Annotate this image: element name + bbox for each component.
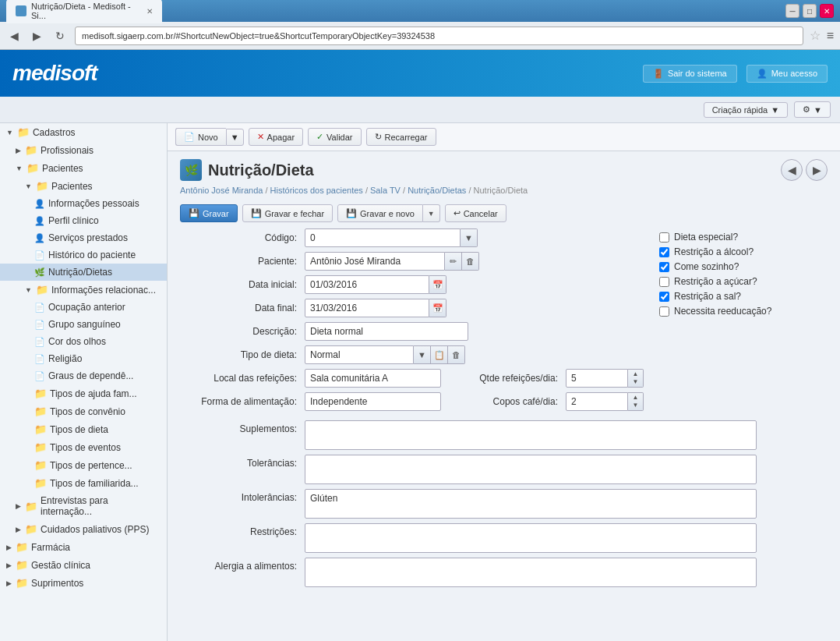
forma-alimentacao-input[interactable] xyxy=(305,392,441,411)
sidebar-item-tipos-eventos[interactable]: 📁 Tipos de eventos xyxy=(0,438,167,456)
save-new-dropdown-btn[interactable]: ▼ xyxy=(423,204,440,222)
maximize-btn[interactable]: □ xyxy=(803,4,817,18)
data-inicial-calendar-btn[interactable]: 📅 xyxy=(429,275,446,294)
back-btn[interactable]: ◀ xyxy=(6,28,23,44)
intolerancias-textarea[interactable]: Glúten xyxy=(305,489,757,519)
local-refeicoes-input[interactable] xyxy=(305,369,441,388)
minimize-btn[interactable]: ─ xyxy=(785,4,799,18)
close-btn[interactable]: ✕ xyxy=(820,4,834,18)
restricao-alcool-checkbox[interactable] xyxy=(659,247,669,257)
codigo-row: Código: ▼ xyxy=(180,228,644,247)
copos-cafe-input[interactable] xyxy=(566,392,628,411)
restricao-sal-checkbox[interactable] xyxy=(659,292,669,302)
qtde-refeicoes-spinner[interactable]: ▲ ▼ xyxy=(628,369,644,388)
breadcrumb-link-1[interactable]: Antônio José Miranda xyxy=(180,186,263,195)
dieta-especial-checkbox[interactable] xyxy=(659,232,669,243)
sidebar-item-religiao[interactable]: 📄 Religião xyxy=(0,350,167,367)
sidebar-label: Gestão clínica xyxy=(31,560,90,571)
spin-up-icon[interactable]: ▲ xyxy=(633,370,639,378)
sidebar-item-informacoes-pessoais[interactable]: 👤 Informações pessoais xyxy=(0,195,167,212)
breadcrumb-link-4[interactable]: Nutrição/Dietas xyxy=(408,186,466,195)
come-sozinho-checkbox[interactable] xyxy=(659,262,669,272)
my-access-btn[interactable]: 👤 Meu acesso xyxy=(746,65,828,83)
cancel-btn[interactable]: ↩ Cancelar xyxy=(445,204,506,222)
sidebar-label: Pacientes xyxy=(51,181,93,192)
bookmark-icon[interactable]: ☆ xyxy=(810,28,821,43)
tipo-dieta-clear-btn[interactable]: 🗑 xyxy=(448,345,465,364)
save-new-btn-group: 💾 Gravar e novo ▼ xyxy=(337,204,440,222)
sidebar-item-ocupacao-anterior[interactable]: 📄 Ocupação anterior xyxy=(0,299,167,316)
sidebar-item-cuidados-paliativos[interactable]: ▶ 📁 Cuidados paliativos (PPS) xyxy=(0,520,167,538)
nav-forward-btn[interactable]: ▶ xyxy=(806,159,828,181)
necessita-reeducacao-checkbox[interactable] xyxy=(659,306,669,317)
reload-btn[interactable]: ↻ Recarregar xyxy=(366,128,436,146)
tolerancias-textarea[interactable] xyxy=(305,455,757,484)
sidebar-item-nutricao-dietas[interactable]: 🌿 Nutrição/Dietas xyxy=(0,264,167,281)
sidebar-item-farmacia[interactable]: ▶ 📁 Farmácia xyxy=(0,538,167,556)
window-controls: ─ □ ✕ xyxy=(785,4,834,18)
paciente-clear-btn[interactable]: 🗑 xyxy=(462,252,479,271)
codigo-input[interactable] xyxy=(305,228,461,247)
sidebar-item-tipos-familiaridade[interactable]: 📁 Tipos de familiarida... xyxy=(0,474,167,492)
restricao-acucar-label: Restrição a açúcar? xyxy=(674,276,757,287)
sidebar-item-tipos-dieta[interactable]: 📁 Tipos de dieta xyxy=(0,420,167,438)
sidebar-item-cor-olhos[interactable]: 📄 Cor dos olhos xyxy=(0,333,167,350)
data-final-input[interactable] xyxy=(305,299,429,317)
save-close-btn[interactable]: 💾 Gravar e fechar xyxy=(242,204,333,222)
sidebar-label: Profissionais xyxy=(41,145,94,156)
spin-down-icon[interactable]: ▼ xyxy=(633,402,639,409)
validate-btn[interactable]: ✓ Validar xyxy=(308,128,361,146)
refresh-btn[interactable]: ↻ xyxy=(51,28,69,44)
restricoes-textarea[interactable] xyxy=(305,523,757,553)
tab-close-btn[interactable]: ✕ xyxy=(146,7,153,16)
tipo-dieta-input[interactable] xyxy=(305,345,414,364)
sidebar-item-grupo-sanguineo[interactable]: 📄 Grupo sanguíneo xyxy=(0,316,167,333)
paciente-edit-btn[interactable]: ✏ xyxy=(445,252,462,271)
tipo-dieta-copy-btn[interactable]: 📋 xyxy=(431,345,448,364)
sidebar-item-graus-dependencia[interactable]: 📄 Graus de dependê... xyxy=(0,367,167,384)
sidebar-item-pacientes-group[interactable]: ▼ 📁 Pacientes xyxy=(0,159,167,177)
sidebar-item-tipos-pertence[interactable]: 📁 Tipos de pertence... xyxy=(0,456,167,474)
browser-tab[interactable]: Nutrição/Dieta - Medisoft - Si... ✕ xyxy=(6,0,162,23)
sidebar-item-informacoes-relacionadas[interactable]: ▼ 📁 Informações relacionac... xyxy=(0,281,167,299)
data-inicial-input[interactable] xyxy=(305,275,429,294)
sidebar-item-pacientes[interactable]: ▼ 📁 Pacientes xyxy=(0,177,167,195)
paciente-input[interactable] xyxy=(305,252,445,271)
breadcrumb-link-2[interactable]: Históricos dos pacientes xyxy=(270,186,363,195)
sidebar-item-servicos-prestados[interactable]: 👤 Serviços prestados xyxy=(0,229,167,246)
sidebar-item-suprimentos[interactable]: ▶ 📁 Suprimentos xyxy=(0,574,167,592)
sidebar-item-perfil-clinico[interactable]: 👤 Perfil clínico xyxy=(0,212,167,229)
browser-menu-icon[interactable]: ≡ xyxy=(827,29,834,43)
suplementos-textarea[interactable] xyxy=(305,420,757,450)
gear-btn[interactable]: ⚙ ▼ xyxy=(794,101,831,118)
descricao-input[interactable] xyxy=(305,322,468,341)
delete-btn[interactable]: ✕ Apagar xyxy=(249,128,303,146)
qtde-refeicoes-input[interactable] xyxy=(566,369,628,388)
address-input[interactable] xyxy=(75,27,803,45)
spin-down-icon[interactable]: ▼ xyxy=(633,378,639,386)
exit-btn[interactable]: 🚪 Sair do sistema xyxy=(643,65,737,83)
sidebar-item-entrevistas[interactable]: ▶ 📁 Entrevistas para internação... xyxy=(0,492,167,520)
tipo-dieta-dropdown-btn[interactable]: ▼ xyxy=(414,345,431,364)
breadcrumb-link-3[interactable]: Sala TV xyxy=(370,186,401,195)
forward-btn[interactable]: ▶ xyxy=(29,28,45,44)
codigo-action-btn[interactable]: ▼ xyxy=(461,228,478,247)
data-final-input-group: 📅 xyxy=(305,299,446,317)
sidebar-item-cadastros[interactable]: ▼ 📁 Cadastros xyxy=(0,123,167,141)
alergia-textarea[interactable] xyxy=(305,558,757,587)
new-btn[interactable]: 📄 Novo xyxy=(175,128,226,146)
sidebar-item-tipos-ajuda[interactable]: 📁 Tipos de ajuda fam... xyxy=(0,384,167,402)
spin-up-icon[interactable]: ▲ xyxy=(633,394,639,402)
save-new-btn[interactable]: 💾 Gravar e novo xyxy=(337,204,423,222)
quick-create-btn[interactable]: Criação rápida ▼ xyxy=(704,102,788,118)
save-btn[interactable]: 💾 Gravar xyxy=(180,204,238,222)
new-dropdown-btn[interactable]: ▼ xyxy=(226,129,244,146)
data-final-calendar-btn[interactable]: 📅 xyxy=(429,299,446,317)
restricao-acucar-checkbox[interactable] xyxy=(659,277,669,287)
sidebar-item-gestao-clinica[interactable]: ▶ 📁 Gestão clínica xyxy=(0,556,167,574)
sidebar-item-historico-paciente[interactable]: 📄 Histórico do paciente xyxy=(0,246,167,264)
sidebar-item-profissionais[interactable]: ▶ 📁 Profissionais xyxy=(0,141,167,159)
copos-cafe-spinner[interactable]: ▲ ▼ xyxy=(628,392,644,411)
sidebar-item-tipos-convenio[interactable]: 📁 Tipos de convênio xyxy=(0,402,167,420)
nav-back-btn[interactable]: ◀ xyxy=(781,159,803,181)
